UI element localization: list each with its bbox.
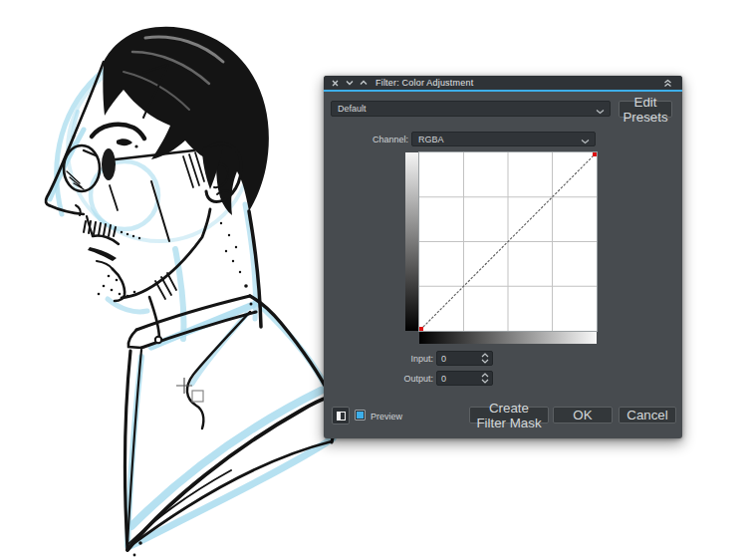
chevron-down-icon xyxy=(596,107,605,117)
cancel-button[interactable]: Cancel xyxy=(619,407,676,423)
input-label: Input: xyxy=(383,354,433,364)
curve-point-end xyxy=(593,152,597,156)
shade-icon[interactable] xyxy=(662,78,673,89)
spin-up-icon xyxy=(481,373,489,378)
preset-combobox[interactable]: Default xyxy=(331,101,611,117)
create-filter-mask-button[interactable]: Create Filter Mask xyxy=(469,407,549,423)
horizontal-gradient-ramp xyxy=(419,332,597,344)
curve-editor[interactable] xyxy=(419,152,597,331)
collapse-icon[interactable] xyxy=(358,78,369,89)
spin-down-icon xyxy=(481,359,489,364)
close-icon[interactable] xyxy=(330,78,341,89)
dialog-title: Filter: Color Adjustment xyxy=(375,78,473,88)
filter-dialog: Filter: Color Adjustment Default Edit Pr… xyxy=(324,76,682,438)
spin-down-icon xyxy=(481,379,489,384)
spin-arrows[interactable] xyxy=(481,373,489,384)
curve-point-start xyxy=(419,327,423,331)
channel-combobox[interactable]: RGBA xyxy=(411,132,596,146)
split-preview-toggle[interactable] xyxy=(332,407,350,424)
ok-button[interactable]: OK xyxy=(553,407,613,423)
edit-presets-button[interactable]: Edit Presets xyxy=(619,101,672,118)
dialog-titlebar[interactable]: Filter: Color Adjustment xyxy=(324,76,682,92)
output-field[interactable] xyxy=(437,374,473,384)
spin-up-icon xyxy=(481,353,489,358)
output-label: Output: xyxy=(378,374,433,384)
output-spinbox[interactable] xyxy=(436,371,493,386)
input-spinbox[interactable] xyxy=(436,351,493,366)
preview-checkbox[interactable] xyxy=(355,410,366,420)
float-icon[interactable] xyxy=(344,78,355,89)
channel-combobox-value: RGBA xyxy=(418,135,444,144)
channel-label: Channel: xyxy=(331,135,408,144)
split-view-icon xyxy=(337,412,346,420)
spin-arrows[interactable] xyxy=(481,353,489,364)
vertical-gradient-ramp xyxy=(405,152,418,331)
checkbox-checked-fill xyxy=(357,412,364,419)
input-field[interactable] xyxy=(437,354,473,364)
preview-label: Preview xyxy=(371,412,430,421)
chevron-down-icon xyxy=(581,137,590,146)
application-canvas: Filter: Color Adjustment Default Edit Pr… xyxy=(0,0,747,560)
preset-combobox-value: Default xyxy=(338,104,367,114)
curve-grid xyxy=(419,152,597,331)
